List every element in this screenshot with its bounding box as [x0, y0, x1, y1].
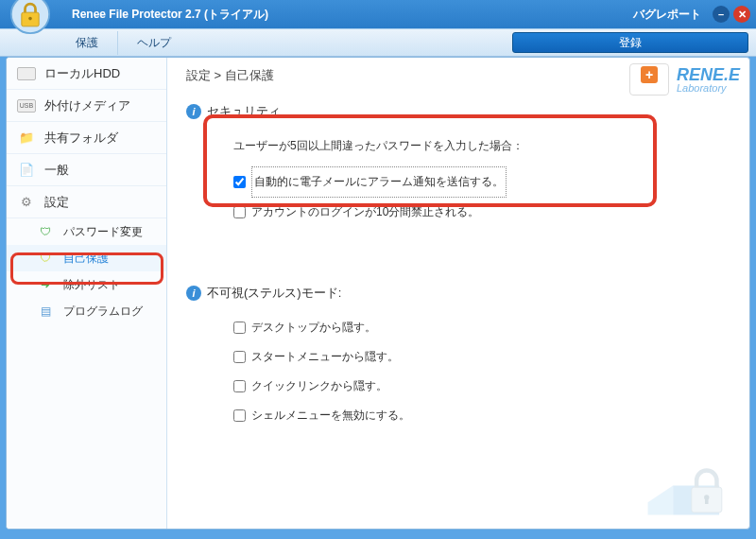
- brand-text: RENE.E Laboratory: [677, 66, 740, 94]
- shield-icon: 🛡: [35, 249, 56, 268]
- checkbox-email-alarm[interactable]: 自動的に電子メールにアラーム通知を送信する。: [233, 166, 730, 198]
- checkbox-input[interactable]: [233, 176, 246, 188]
- brand-name: RENE.E: [677, 65, 740, 84]
- sidebar-item-label: 外付けメディア: [44, 97, 130, 114]
- usb-icon: USB: [16, 96, 37, 115]
- svg-point-2: [28, 17, 32, 21]
- checkbox-login-ban[interactable]: アカウントのログインが10分間禁止される。: [233, 198, 730, 227]
- checkbox-label: アカウントのログインが10分間禁止される。: [251, 198, 479, 227]
- sidebar-item-local-hdd[interactable]: ローカルHDD: [7, 58, 166, 90]
- sidebar-item-label: 共有フォルダ: [44, 130, 118, 147]
- checkbox-input[interactable]: [233, 322, 246, 334]
- security-prompt: ユーザーが5回以上間違ったパスワードを入力した場合：: [233, 131, 730, 161]
- section-security-head: i セキュリティ: [186, 103, 730, 120]
- stealth-options: デスクトップから隠す。 スタートメニューから隠す。 クイックリンクから隠す。 シ…: [233, 313, 730, 431]
- checkbox-label: スタートメニューから隠す。: [251, 342, 399, 372]
- info-icon: i: [186, 104, 201, 119]
- app-title: Renee File Protector 2.7 (トライアル): [72, 7, 268, 23]
- section-title: セキュリティ: [207, 103, 281, 120]
- general-icon: 📄: [16, 161, 37, 180]
- checkbox-label: 自動的に電子メールにアラーム通知を送信する。: [251, 166, 507, 198]
- checkbox-hide-desktop[interactable]: デスクトップから隠す。: [233, 313, 730, 342]
- sidebar: ローカルHDD USB 外付けメディア 📁 共有フォルダ 📄 一般 ⚙ 設定 🛡…: [7, 58, 167, 529]
- section-title: 不可視(ステルス)モード:: [207, 285, 341, 302]
- close-button[interactable]: ✕: [733, 6, 750, 23]
- sidebar-item-general[interactable]: 📄 一般: [7, 154, 166, 186]
- main-area: ローカルHDD USB 外付けメディア 📁 共有フォルダ 📄 一般 ⚙ 設定 🛡…: [6, 57, 750, 530]
- sidebar-item-label: 一般: [44, 162, 69, 179]
- brand-logo: + RENE.E Laboratory: [629, 63, 740, 96]
- checkbox-input[interactable]: [233, 380, 246, 392]
- sidebar-sub-password-change[interactable]: 🛡 パスワード変更: [7, 218, 166, 245]
- app-lock-icon: [9, 0, 55, 39]
- content-pane: 設定 > 自己保護 + RENE.E Laboratory i セキュリティ ユ…: [167, 58, 749, 529]
- bug-report-link[interactable]: バグレポート: [633, 7, 701, 23]
- minimize-button[interactable]: –: [713, 6, 730, 23]
- section-stealth-head: i 不可視(ステルス)モード:: [186, 285, 730, 302]
- menu-help[interactable]: ヘルプ: [117, 31, 190, 55]
- checkbox-input[interactable]: [233, 206, 246, 218]
- checkbox-hide-startmenu[interactable]: スタートメニューから隠す。: [233, 342, 730, 372]
- checkbox-label: シェルメニューを無効にする。: [251, 401, 410, 430]
- sidebar-item-external-media[interactable]: USB 外付けメディア: [7, 90, 166, 122]
- share-icon: 📁: [16, 129, 37, 148]
- checkbox-label: クイックリンクから隠す。: [251, 372, 387, 401]
- log-icon: ▤: [35, 302, 56, 321]
- title-bar: Renee File Protector 2.7 (トライアル) バグレポート …: [0, 0, 756, 28]
- sidebar-sub-self-protect[interactable]: 🛡 自己保護: [7, 245, 166, 271]
- info-icon: i: [186, 286, 201, 301]
- sidebar-item-label: パスワード変更: [63, 224, 143, 240]
- sidebar-item-label: 設定: [44, 194, 69, 211]
- checkbox-hide-quicklink[interactable]: クイックリンクから隠す。: [233, 372, 730, 401]
- register-button[interactable]: 登録: [512, 32, 748, 53]
- sidebar-sub-exclude-list[interactable]: ➜ 除外リスト: [7, 271, 166, 298]
- shield-icon: 🛡: [35, 222, 56, 241]
- sidebar-item-label: 除外リスト: [63, 277, 120, 293]
- gear-icon: ⚙: [16, 193, 37, 212]
- checkbox-label: デスクトップから隠す。: [251, 313, 376, 342]
- sidebar-item-shared-folder[interactable]: 📁 共有フォルダ: [7, 122, 166, 154]
- security-options: ユーザーが5回以上間違ったパスワードを入力した場合： 自動的に電子メールにアラー…: [233, 131, 730, 228]
- svg-rect-5: [705, 497, 709, 504]
- sidebar-sub-program-log[interactable]: ▤ プログラムログ: [7, 298, 166, 324]
- sidebar-item-label: プログラムログ: [63, 304, 143, 320]
- checkbox-input[interactable]: [233, 351, 246, 363]
- menu-bar: 保護 ヘルプ 登録: [0, 28, 756, 57]
- sidebar-item-settings[interactable]: ⚙ 設定: [7, 186, 166, 218]
- list-arrow-icon: ➜: [35, 275, 56, 294]
- brand-sub: Laboratory: [677, 83, 740, 94]
- keyboard-plus-icon: +: [629, 63, 669, 96]
- checkbox-input[interactable]: [233, 409, 246, 422]
- hdd-icon: [16, 64, 37, 83]
- checkbox-disable-shellmenu[interactable]: シェルメニューを無効にする。: [233, 401, 730, 430]
- watermark-lock-icon: [638, 443, 742, 523]
- sidebar-item-label: ローカルHDD: [44, 65, 120, 82]
- menu-protect[interactable]: 保護: [57, 31, 117, 55]
- sidebar-item-label: 自己保護: [63, 251, 109, 267]
